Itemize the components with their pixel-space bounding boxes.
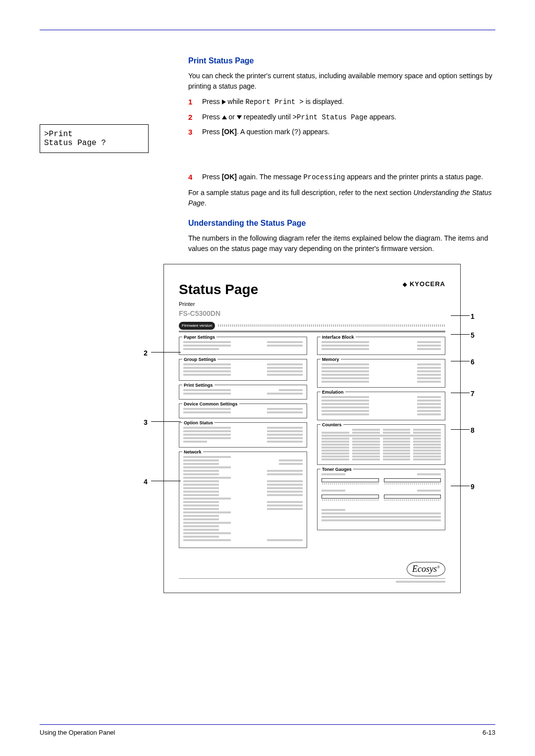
callout-8: 8 bbox=[471, 425, 475, 436]
callout-1: 1 bbox=[471, 311, 475, 322]
footer-left: Using the Operation Panel bbox=[40, 729, 115, 736]
step-3-num: 3 bbox=[188, 127, 196, 138]
callout-2: 2 bbox=[144, 348, 148, 358]
status-page-diagram: Status Page Printer FS-C5300DN ◆ KYOCERA… bbox=[104, 264, 490, 593]
step-2-num: 2 bbox=[188, 112, 196, 123]
heading-print-status: Print Status Page bbox=[188, 55, 495, 67]
down-arrow-icon bbox=[237, 115, 242, 119]
lcd-line1: >Print bbox=[44, 130, 144, 139]
step-4-num: 4 bbox=[188, 172, 196, 183]
callout-3: 3 bbox=[144, 417, 148, 428]
right-arrow-icon bbox=[222, 100, 226, 104]
step-3: 3 Press [OK]. A question mark (?) appear… bbox=[188, 127, 495, 138]
sp-title: Status Page bbox=[179, 279, 258, 300]
intro2-text: The numbers in the following diagram ref… bbox=[188, 233, 495, 254]
lcd-line2: Status Page ? bbox=[44, 139, 144, 148]
step-1: 1 Press while Report Print > is displaye… bbox=[188, 97, 495, 108]
footer-right: 6-13 bbox=[482, 729, 495, 736]
step-2: 2 Press or repeatedly until >Print Statu… bbox=[188, 112, 495, 123]
callout-7: 7 bbox=[471, 389, 475, 399]
lcd-display: >Print Status Page ? bbox=[40, 124, 149, 153]
callout-9: 9 bbox=[471, 482, 475, 492]
kyocera-logo: ◆ KYOCERA bbox=[403, 279, 445, 289]
step-1-num: 1 bbox=[188, 97, 196, 108]
page-footer: Using the Operation Panel 6-13 bbox=[40, 724, 495, 736]
up-arrow-icon bbox=[222, 115, 227, 119]
after-text: For a sample status page and its full de… bbox=[188, 188, 495, 208]
ecosys-logo: Ecosys® bbox=[179, 562, 445, 576]
intro-text: You can check the printer's current stat… bbox=[188, 71, 495, 92]
firmware-label: Firmware version bbox=[179, 322, 215, 330]
callout-4: 4 bbox=[144, 477, 148, 487]
callout-6: 6 bbox=[471, 357, 475, 367]
step-4: 4 Press [OK] again. The message Processi… bbox=[188, 172, 495, 183]
heading-understanding: Understanding the Status Page bbox=[188, 217, 495, 229]
status-page-mock: Status Page Printer FS-C5300DN ◆ KYOCERA… bbox=[163, 264, 461, 593]
callout-5: 5 bbox=[471, 330, 475, 341]
